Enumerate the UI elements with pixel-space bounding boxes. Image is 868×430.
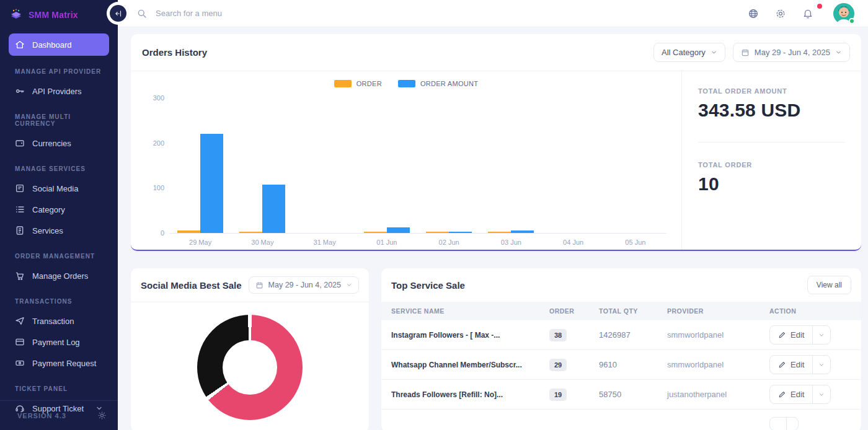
credit-card-icon [15,337,25,347]
total-order-value: 10 [698,173,845,195]
sidebar-section-header: ORDER MANAGEMENT [15,253,103,260]
bar-order[interactable] [488,232,511,233]
best-sale-title: Social Media Best Sale [141,280,242,291]
chevron-down-icon [346,282,352,288]
sidebar-item-dashboard[interactable]: Dashboard [9,33,109,56]
sidebar-item-category[interactable]: Category [9,200,109,219]
brand-logo-icon [9,7,24,22]
bell-icon[interactable] [802,8,813,19]
sidebar-item-currencies[interactable]: Currencies [9,133,109,153]
edit-button[interactable]: Edit [770,326,812,344]
sidebar-section-header: MANAGE MULTI CURRENCY [15,113,103,127]
bar-group [542,94,604,233]
globe-icon[interactable] [748,8,759,19]
total-qty: 1426987 [599,330,667,340]
y-axis-tick: 300 [146,94,164,102]
edit-dropdown-caret[interactable] [812,326,830,344]
bar-group [294,94,356,233]
sidebar-nav: Dashboard MANAGE API PROVIDER API Provid… [0,29,118,418]
legend-swatch [334,80,352,87]
brand-name: SMM Matrix [29,10,78,20]
date-range-value: May 29 - Jun 4, 2025 [755,48,830,57]
bar-order[interactable] [177,230,200,233]
sidebar-item-label: Payment Log [32,338,80,347]
pencil-icon [778,390,786,398]
bar-order-amount[interactable] [200,134,223,233]
legend-item[interactable]: ORDER [334,80,382,87]
bar-group [169,94,231,233]
edit-dropdown-caret[interactable] [812,356,830,374]
calendar-icon [741,48,750,57]
search-icon [136,8,147,19]
sidebar-collapse-button[interactable] [110,5,126,22]
edit-dropdown-caret[interactable] [812,385,830,403]
bar-order-amount[interactable] [387,227,410,233]
category-filter-select[interactable]: All Category [653,43,725,62]
orders-history-controls: All Category May 29 - Jun 4, 2025 [653,43,850,62]
order-count-badge: 19 [549,388,567,401]
edit-button[interactable]: Edit [770,356,812,374]
bar-order[interactable] [426,232,449,233]
best-sale-date-picker[interactable]: May 29 - Jun 4, 2025 [249,276,359,294]
x-axis-label: 01 Jun [356,239,418,246]
sidebar-item-social-media[interactable]: Social Media [9,178,109,198]
sidebar-item-label: API Providers [32,87,81,96]
table-header-row: SERVICE NAME ORDER TOTAL QTY PROVIDER AC… [381,302,861,320]
table-row-partial [381,410,861,430]
sidebar-item-manage-orders[interactable]: Manage Orders [9,266,109,286]
category-filter-value: All Category [662,48,706,57]
file-lines-icon [15,226,25,235]
provider-name: smmworldpanel [667,330,769,340]
sidebar-item-services[interactable]: Services [9,221,109,240]
bar-order[interactable] [239,232,262,233]
top-service-card: Top Service Sale View all SERVICE NAME O… [381,268,861,430]
stats-divider [698,142,845,143]
edit-button[interactable] [770,418,786,430]
sidebar-item-api-providers[interactable]: API Providers [9,81,109,101]
collapse-arrow-icon [114,9,123,18]
sidebar-item-transaction[interactable]: Transaction [9,311,109,331]
view-all-button[interactable]: View all [807,276,851,294]
search-input[interactable] [156,9,354,18]
chevron-down-icon [835,49,842,56]
brand[interactable]: SMM Matrix [0,0,118,29]
gear-icon[interactable] [775,8,786,19]
x-axis-label: 30 May [231,239,293,246]
list-icon [15,204,25,214]
sidebar-item-label: Services [32,226,63,235]
sidebar-item-payment-request[interactable]: Payment Request [9,353,109,373]
column-header: ACTION [769,307,851,315]
bar-group [418,94,480,233]
legend-label: ORDER AMOUNT [420,80,478,87]
bar-order[interactable] [364,232,387,233]
x-axis-label: 02 Jun [418,239,480,246]
x-axis-label: 05 Jun [604,239,666,246]
content: Orders History All Category May 29 - Jun… [118,27,868,430]
chart-x-axis: 29 May30 May31 May01 Jun02 Jun03 Jun04 J… [169,234,666,246]
date-range-picker[interactable]: May 29 - Jun 4, 2025 [733,43,850,62]
service-name: Threads Followers [Refill: No]... [391,390,549,399]
service-name: Whatsapp Channel Member/Subscr... [391,361,549,369]
legend-item[interactable]: ORDER AMOUNT [398,80,478,87]
bar-order-amount[interactable] [449,232,472,233]
pencil-icon [778,361,786,369]
y-axis-tick: 200 [146,139,164,147]
sidebar-item-payment-log[interactable]: Payment Log [9,332,109,352]
top-service-header: Top Service Sale View all [381,268,861,302]
online-status-dot [849,18,855,24]
bar-order-amount[interactable] [262,185,285,233]
notification-dot [817,4,822,9]
donut-area [131,302,369,430]
x-axis-label: 31 May [294,239,356,246]
cart-icon [15,271,25,281]
pencil-icon [778,331,786,339]
bar-order-amount[interactable] [511,230,534,233]
edit-dropdown-caret[interactable] [786,418,798,430]
edit-button[interactable]: Edit [770,385,812,403]
table-row: Threads Followers [Refill: No]... 19 587… [381,380,861,410]
version-label: VERSION 4.3 [17,412,66,419]
user-menu[interactable] [833,3,854,24]
theme-sun-icon[interactable] [97,411,107,420]
chart-plot: 0100200300 [169,94,666,234]
sidebar-item-label: Social Media [32,184,78,193]
